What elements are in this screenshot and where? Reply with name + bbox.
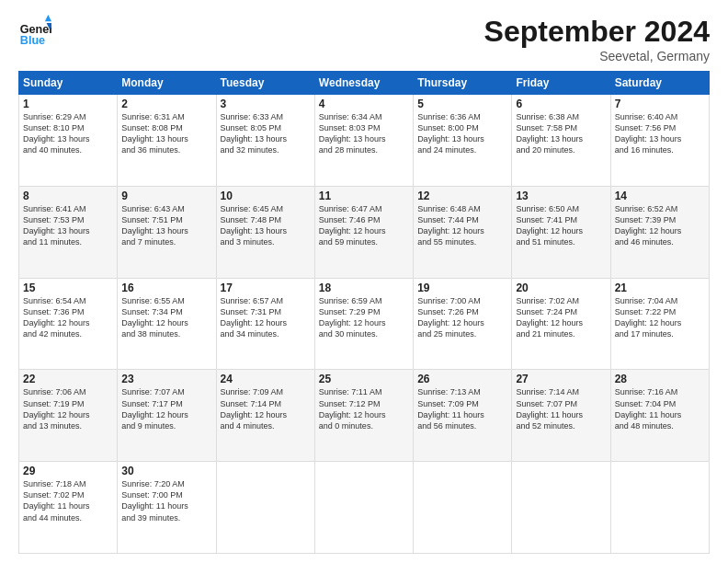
day-details: Sunrise: 6:50 AMSunset: 7:41 PMDaylight:… <box>516 203 606 248</box>
col-header-saturday: Saturday <box>610 72 709 95</box>
calendar-week-3: 22Sunrise: 7:06 AMSunset: 7:19 PMDayligh… <box>19 370 710 462</box>
day-cell-27: 27Sunrise: 7:14 AMSunset: 7:07 PMDayligh… <box>512 370 610 462</box>
day-cell-29: 29Sunrise: 7:18 AMSunset: 7:02 PMDayligh… <box>19 462 118 554</box>
logo: General Blue <box>18 15 51 48</box>
day-number: 18 <box>319 282 409 294</box>
empty-cell <box>610 462 709 554</box>
day-details: Sunrise: 6:55 AMSunset: 7:34 PMDaylight:… <box>121 295 211 340</box>
logo-icon: General Blue <box>18 15 51 48</box>
calendar-week-2: 15Sunrise: 6:54 AMSunset: 7:36 PMDayligh… <box>19 278 710 370</box>
day-cell-5: 5Sunrise: 6:36 AMSunset: 8:00 PMDaylight… <box>414 95 512 187</box>
day-number: 23 <box>121 373 211 385</box>
day-cell-12: 12Sunrise: 6:48 AMSunset: 7:44 PMDayligh… <box>414 186 512 278</box>
day-number: 30 <box>121 465 211 477</box>
day-number: 12 <box>417 190 507 202</box>
day-cell-2: 2Sunrise: 6:31 AMSunset: 8:08 PMDaylight… <box>118 95 216 187</box>
day-cell-20: 20Sunrise: 7:02 AMSunset: 7:24 PMDayligh… <box>512 278 610 370</box>
day-cell-30: 30Sunrise: 7:20 AMSunset: 7:00 PMDayligh… <box>118 462 216 554</box>
day-cell-24: 24Sunrise: 7:09 AMSunset: 7:14 PMDayligh… <box>216 370 314 462</box>
day-number: 25 <box>319 373 409 385</box>
day-number: 4 <box>319 98 409 110</box>
day-details: Sunrise: 6:52 AMSunset: 7:39 PMDaylight:… <box>615 203 705 248</box>
page-header: General Blue September 2024 Seevetal, Ge… <box>18 15 710 63</box>
day-number: 15 <box>23 282 113 294</box>
day-number: 2 <box>121 98 211 110</box>
day-cell-14: 14Sunrise: 6:52 AMSunset: 7:39 PMDayligh… <box>610 186 709 278</box>
svg-marker-2 <box>45 15 51 21</box>
day-details: Sunrise: 6:31 AMSunset: 8:08 PMDaylight:… <box>121 111 211 156</box>
day-number: 24 <box>221 373 311 385</box>
col-header-monday: Monday <box>118 72 216 95</box>
col-header-wednesday: Wednesday <box>314 72 413 95</box>
calendar-header: SundayMondayTuesdayWednesdayThursdayFrid… <box>19 72 710 95</box>
day-number: 7 <box>615 98 705 110</box>
col-header-friday: Friday <box>512 72 610 95</box>
day-number: 5 <box>417 98 507 110</box>
col-header-tuesday: Tuesday <box>216 72 314 95</box>
day-number: 11 <box>319 190 409 202</box>
day-number: 16 <box>121 282 211 294</box>
day-details: Sunrise: 6:43 AMSunset: 7:51 PMDaylight:… <box>121 203 211 248</box>
day-number: 27 <box>516 373 606 385</box>
day-details: Sunrise: 7:02 AMSunset: 7:24 PMDaylight:… <box>516 295 606 340</box>
calendar-table: SundayMondayTuesdayWednesdayThursdayFrid… <box>18 71 710 554</box>
day-number: 21 <box>615 282 705 294</box>
svg-text:Blue: Blue <box>20 34 45 47</box>
day-details: Sunrise: 6:40 AMSunset: 7:56 PMDaylight:… <box>615 111 705 156</box>
day-number: 10 <box>221 190 311 202</box>
day-cell-4: 4Sunrise: 6:34 AMSunset: 8:03 PMDaylight… <box>314 95 413 187</box>
day-details: Sunrise: 6:36 AMSunset: 8:00 PMDaylight:… <box>417 111 507 156</box>
empty-cell <box>314 462 413 554</box>
day-details: Sunrise: 6:34 AMSunset: 8:03 PMDaylight:… <box>319 111 409 156</box>
day-number: 20 <box>516 282 606 294</box>
day-cell-22: 22Sunrise: 7:06 AMSunset: 7:19 PMDayligh… <box>19 370 118 462</box>
day-cell-17: 17Sunrise: 6:57 AMSunset: 7:31 PMDayligh… <box>216 278 314 370</box>
calendar-week-0: 1Sunrise: 6:29 AMSunset: 8:10 PMDaylight… <box>19 95 710 187</box>
day-details: Sunrise: 6:54 AMSunset: 7:36 PMDaylight:… <box>23 295 113 340</box>
day-cell-11: 11Sunrise: 6:47 AMSunset: 7:46 PMDayligh… <box>314 186 413 278</box>
day-details: Sunrise: 6:41 AMSunset: 7:53 PMDaylight:… <box>23 203 113 248</box>
day-details: Sunrise: 6:57 AMSunset: 7:31 PMDaylight:… <box>221 295 311 340</box>
day-number: 19 <box>417 282 507 294</box>
empty-cell <box>512 462 610 554</box>
day-cell-15: 15Sunrise: 6:54 AMSunset: 7:36 PMDayligh… <box>19 278 118 370</box>
day-number: 6 <box>516 98 606 110</box>
day-number: 9 <box>121 190 211 202</box>
day-details: Sunrise: 6:47 AMSunset: 7:46 PMDaylight:… <box>319 203 409 248</box>
day-number: 8 <box>23 190 113 202</box>
day-cell-13: 13Sunrise: 6:50 AMSunset: 7:41 PMDayligh… <box>512 186 610 278</box>
calendar-body: 1Sunrise: 6:29 AMSunset: 8:10 PMDaylight… <box>19 95 710 554</box>
day-details: Sunrise: 7:13 AMSunset: 7:09 PMDaylight:… <box>417 386 507 431</box>
day-details: Sunrise: 7:00 AMSunset: 7:26 PMDaylight:… <box>417 295 507 340</box>
day-number: 29 <box>23 465 113 477</box>
day-cell-10: 10Sunrise: 6:45 AMSunset: 7:48 PMDayligh… <box>216 186 314 278</box>
day-details: Sunrise: 7:20 AMSunset: 7:00 PMDaylight:… <box>121 478 211 523</box>
day-cell-6: 6Sunrise: 6:38 AMSunset: 7:58 PMDaylight… <box>512 95 610 187</box>
day-cell-19: 19Sunrise: 7:00 AMSunset: 7:26 PMDayligh… <box>414 278 512 370</box>
day-cell-25: 25Sunrise: 7:11 AMSunset: 7:12 PMDayligh… <box>314 370 413 462</box>
day-cell-9: 9Sunrise: 6:43 AMSunset: 7:51 PMDaylight… <box>118 186 216 278</box>
calendar-week-1: 8Sunrise: 6:41 AMSunset: 7:53 PMDaylight… <box>19 186 710 278</box>
day-number: 28 <box>615 373 705 385</box>
day-number: 22 <box>23 373 113 385</box>
empty-cell <box>216 462 314 554</box>
day-number: 26 <box>417 373 507 385</box>
day-details: Sunrise: 6:48 AMSunset: 7:44 PMDaylight:… <box>417 203 507 248</box>
empty-cell <box>414 462 512 554</box>
day-cell-18: 18Sunrise: 6:59 AMSunset: 7:29 PMDayligh… <box>314 278 413 370</box>
calendar-week-4: 29Sunrise: 7:18 AMSunset: 7:02 PMDayligh… <box>19 462 710 554</box>
title-block: September 2024 Seevetal, Germany <box>484 15 710 63</box>
day-number: 14 <box>615 190 705 202</box>
day-details: Sunrise: 7:11 AMSunset: 7:12 PMDaylight:… <box>319 386 409 431</box>
day-details: Sunrise: 7:07 AMSunset: 7:17 PMDaylight:… <box>121 386 211 431</box>
col-header-thursday: Thursday <box>414 72 512 95</box>
day-number: 13 <box>516 190 606 202</box>
day-number: 17 <box>221 282 311 294</box>
day-details: Sunrise: 6:29 AMSunset: 8:10 PMDaylight:… <box>23 111 113 156</box>
day-details: Sunrise: 7:06 AMSunset: 7:19 PMDaylight:… <box>23 386 113 431</box>
day-cell-21: 21Sunrise: 7:04 AMSunset: 7:22 PMDayligh… <box>610 278 709 370</box>
day-cell-3: 3Sunrise: 6:33 AMSunset: 8:05 PMDaylight… <box>216 95 314 187</box>
day-details: Sunrise: 6:33 AMSunset: 8:05 PMDaylight:… <box>221 111 311 156</box>
day-cell-26: 26Sunrise: 7:13 AMSunset: 7:09 PMDayligh… <box>414 370 512 462</box>
day-details: Sunrise: 7:18 AMSunset: 7:02 PMDaylight:… <box>23 478 113 523</box>
